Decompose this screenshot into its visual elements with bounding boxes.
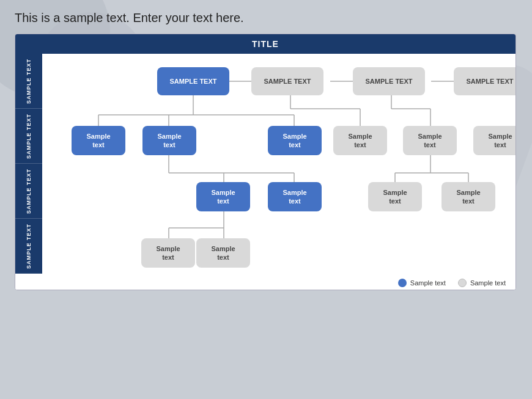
- legend-label-gray: Sample text: [470, 279, 506, 287]
- row2-box5: Sampletext: [403, 126, 457, 155]
- row1-box2: SAMPLE TEXT: [251, 67, 323, 95]
- chart-title: TITLE: [15, 34, 515, 54]
- legend-item-blue: Sample text: [398, 279, 446, 287]
- row-label-2: SAMPLE TEXT: [15, 109, 42, 164]
- legend-item-gray: Sample text: [458, 279, 506, 287]
- row-label-1: SAMPLE TEXT: [15, 54, 42, 109]
- row1-box1: SAMPLE TEXT: [157, 67, 229, 95]
- row3-box2: Sampletext: [268, 182, 322, 211]
- row1-box3: SAMPLE TEXT: [353, 67, 425, 95]
- row4-box1: Sampletext: [141, 238, 195, 268]
- legend-dot-gray: [458, 279, 467, 287]
- row-labels: SAMPLE TEXT SAMPLE TEXT SAMPLE TEXT SAMP…: [15, 54, 42, 274]
- legend-dot-blue: [398, 279, 407, 287]
- row2-box3: Sampletext: [268, 126, 322, 155]
- row3-box4: Sampletext: [441, 182, 495, 211]
- diagram-container: SAMPLE TEXT SAMPLE TEXT SAMPLE TEXT SAMP…: [50, 60, 516, 268]
- row4-box2: Sampletext: [196, 238, 250, 268]
- chart-wrapper: TITLE SAMPLE TEXT SAMPLE TEXT SAMPLE TEX…: [15, 34, 516, 290]
- diagram-area: SAMPLE TEXT SAMPLE TEXT SAMPLE TEXT SAMP…: [42, 54, 516, 274]
- row-label-3: SAMPLE TEXT: [15, 164, 42, 219]
- row2-box6: Sampletext: [473, 126, 516, 155]
- legend-label-blue: Sample text: [410, 279, 446, 287]
- row2-box2: Sampletext: [142, 126, 196, 155]
- row3-box1: Sampletext: [196, 182, 250, 211]
- row3-box3: Sampletext: [368, 182, 422, 211]
- row2-box1: Sampletext: [72, 126, 125, 155]
- row2-box4: Sampletext: [333, 126, 387, 155]
- legend: Sample text Sample text: [15, 274, 515, 290]
- row-label-4: SAMPLE TEXT: [15, 219, 42, 274]
- row1-box4: SAMPLE TEXT: [454, 67, 516, 95]
- intro-text: This is a sample text. Enter your text h…: [15, 11, 517, 25]
